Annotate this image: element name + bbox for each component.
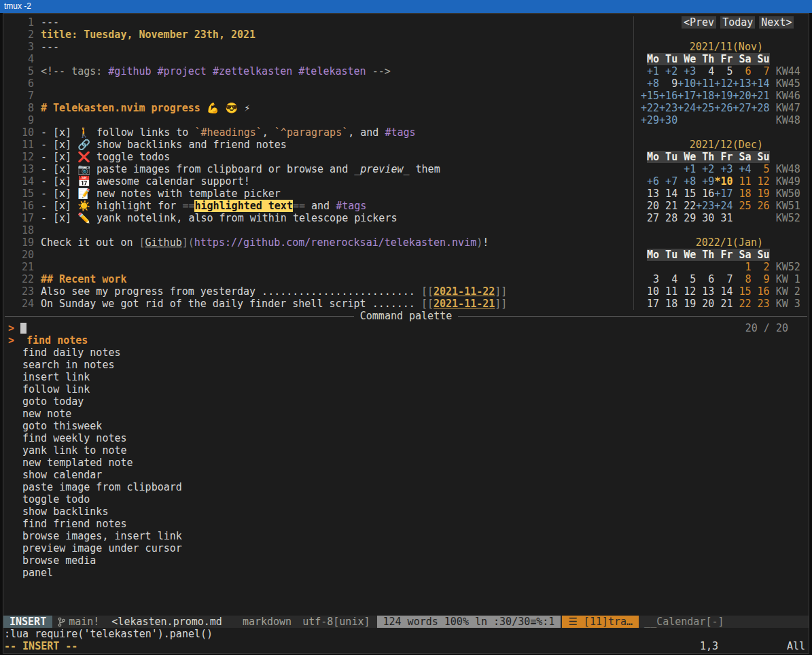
editor-line[interactable]: 17- [x] ✏️ yank notelink, also from with… (3, 212, 633, 224)
text-segment: - [x] (41, 212, 77, 224)
buffer-indicator: ☰ [11]tra… (562, 616, 639, 628)
text-segment: 2021-11-21 (434, 298, 495, 310)
editor-line[interactable]: 6 (3, 77, 633, 90)
calendar-week-row[interactable]: 3 4 5 6 7 8 9 KW 1 (641, 273, 807, 285)
editor-line[interactable]: 10- [x] 🚶 follow links to `#headings`, `… (3, 126, 633, 139)
line-number: 22 (3, 273, 34, 285)
buffer-label: [11]tra… (584, 616, 633, 628)
text-segment: - [x] (41, 188, 77, 200)
editor-line[interactable]: 24On Sunday we got rid of the daily find… (3, 298, 633, 310)
editor-line[interactable]: 2title: Tuesday, November 23th, 2021 (3, 29, 633, 41)
calendar-week-row[interactable]: +6 +7 +8 +9*10 11 12 KW49 (641, 175, 807, 188)
palette-item[interactable]: follow link (22, 383, 182, 395)
calendar-week-row[interactable]: 13 14 15 16+17 18 19 KW50 (641, 188, 807, 200)
editor-line[interactable]: 7 (3, 90, 633, 102)
calendar-week-row[interactable]: 17 18 19 20 21 22 23 KW 3 (641, 298, 807, 310)
text-segment: == (293, 200, 305, 212)
text-segment: toggle todos (90, 151, 170, 163)
text-segment: #project (158, 65, 207, 77)
editor-line[interactable]: 12- [x] ❌ toggle todos (3, 151, 633, 163)
statusline: INSERT main! <lekasten.promo.md markdown… (3, 616, 809, 628)
calendar-week-row[interactable]: +15+16+17+18+19+20+21 KW46 (641, 90, 807, 102)
calendar-week-row[interactable]: 27 28 29 30 31 KW52 (641, 212, 807, 224)
palette-item[interactable]: insert link (22, 371, 182, 383)
git-branch-label: main! (69, 616, 99, 628)
calendar-week-row[interactable]: +1 +2 +3 4 5 6 7 KW44 (641, 65, 807, 77)
filetype-label: markdown (243, 616, 292, 628)
prompt-caret: > (8, 322, 14, 334)
calendar-week-row[interactable]: 1 2 KW52 (641, 261, 807, 273)
calendar-next-button[interactable]: Next> (759, 16, 794, 29)
text-segment: paste images from clipboard or browse an… (90, 163, 354, 175)
palette-item[interactable]: new templated note (22, 457, 182, 469)
calendar-week-row[interactable]: 10 11 12 13 14 15 16 KW 2 (641, 285, 807, 298)
text-segment (207, 65, 213, 77)
text-segment (152, 65, 158, 77)
palette-item[interactable]: show backlinks (22, 506, 182, 518)
calendar-week-row[interactable]: +8 9+10+11+12+13+14 KW45 (641, 77, 807, 90)
palette-selected-item[interactable]: > find notes (3, 334, 809, 347)
palette-item[interactable]: toggle todo (22, 493, 182, 506)
editor-line[interactable]: 4 (3, 53, 633, 65)
palette-item[interactable]: paste image from clipboard (22, 481, 182, 493)
text-segment: # Telekasten.nvim progress (41, 102, 207, 114)
git-branch-segment: main! (58, 616, 99, 628)
editor-line[interactable]: 20 (3, 249, 633, 261)
text-segment: ]] (495, 285, 507, 298)
editor-line[interactable]: 23Also see my progress from yesterday ..… (3, 285, 633, 298)
palette-item[interactable]: goto today (22, 395, 182, 408)
calendar-nav: <PrevTodayNext> (641, 16, 807, 29)
calendar-week-row[interactable]: +22+23+24+25+26+27+28 KW47 (641, 102, 807, 114)
calendar-week-row[interactable]: 20 21 22+23+24 25 26 KW51 (641, 200, 807, 212)
calendar-spacer (641, 126, 807, 139)
palette-item[interactable]: goto thisweek (22, 420, 182, 432)
line-number: 19 (3, 236, 34, 249)
calendar-days: +23+24 (696, 200, 732, 212)
calendar-days: +10+11+12+13+14 (677, 77, 769, 90)
editor-line[interactable]: 5<!-- tags: #github #project #zettelkast… (3, 65, 633, 77)
palette-item[interactable]: preview image under cursor (22, 542, 182, 554)
editor-line[interactable]: 13- [x] 📷 paste images from clipboard or… (3, 163, 633, 175)
editor-line[interactable]: 11- [x] 🔗 show backlinks and friend note… (3, 139, 633, 151)
text-segment: 📝 (77, 188, 90, 200)
editor-line[interactable]: 18 (3, 224, 633, 236)
text-segment: `^paragraps` (275, 126, 348, 139)
text-segment: ]( (182, 236, 194, 249)
editor-line[interactable]: 21 (3, 261, 633, 273)
month-title-label: 2021/11(Nov) (690, 41, 763, 53)
calendar-days: +6 +7 +8 +9 (641, 175, 714, 188)
palette-item[interactable]: search in notes (22, 359, 182, 371)
calendar-prev-button[interactable]: <Prev (682, 16, 716, 29)
palette-item[interactable]: browse images, insert link (22, 530, 182, 542)
calendar-week-row[interactable]: +29+30 KW48 (641, 114, 807, 126)
palette-item[interactable]: panel (22, 567, 182, 579)
text-segment: --- (41, 16, 59, 29)
command-line[interactable]: :lua require('telekasten').panel() (4, 628, 213, 640)
palette-prompt[interactable]: > 20 / 20 (3, 322, 809, 334)
palette-item[interactable]: browse media (22, 554, 182, 567)
calendar-week-row[interactable]: +1 +2 +3 +4 5 KW48 (641, 163, 807, 175)
palette-item[interactable]: new note (22, 408, 182, 420)
palette-item[interactable]: show calendar (22, 469, 182, 481)
weekday-header-label: Mo Tu We Th Fr Sa Su (647, 151, 770, 163)
editor-line[interactable]: 9 (3, 114, 633, 126)
line-number: 20 (3, 249, 34, 261)
editor-line[interactable]: 8# Telekasten.nvim progress 💪 😎 ⚡ (3, 102, 633, 114)
editor-line[interactable]: 14- [x] 📅 awesome calendar support! (3, 175, 633, 188)
editor-line[interactable]: 16- [x] ☀️ highlight for ==highlighted t… (3, 200, 633, 212)
palette-item[interactable]: yank link to note (22, 444, 182, 457)
palette-item[interactable]: find friend notes (22, 518, 182, 530)
selection-caret: > (8, 334, 14, 347)
palette-item[interactable]: find daily notes (22, 347, 182, 359)
editor-line[interactable]: 22## Recent work (3, 273, 633, 285)
editor-line[interactable]: 15- [x] 📝 new notes with template picker (3, 188, 633, 200)
editor-line[interactable]: 19Check it out on [Github](https://githu… (3, 236, 633, 249)
calendar-days: +1 +2 +3 +4 (677, 163, 751, 175)
calendar-days: 18 19 (732, 188, 769, 200)
editor-line[interactable]: 1--- (3, 16, 633, 29)
text-segment: - [x] (41, 139, 77, 151)
calendar-today-button[interactable]: Today (720, 16, 755, 29)
editor-line[interactable]: 3--- (3, 41, 633, 53)
week-number: KW45 (770, 77, 800, 90)
palette-item[interactable]: find weekly notes (22, 432, 182, 444)
